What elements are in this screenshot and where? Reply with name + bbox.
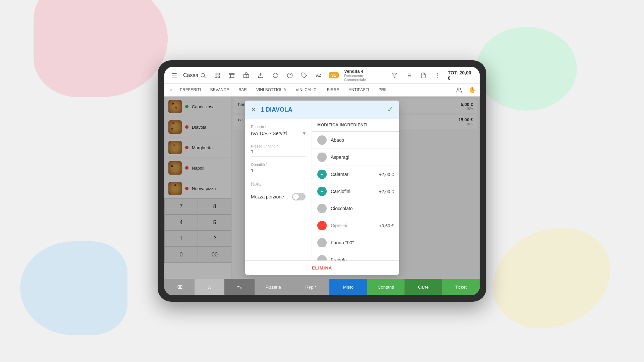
prezzo-label: Prezzo unitario * bbox=[251, 144, 306, 148]
svg-rect-4 bbox=[215, 76, 217, 77]
cat-right-icons: ✋ bbox=[454, 85, 477, 95]
carte-button[interactable]: Carte bbox=[405, 279, 442, 295]
bottom-actions: ⌫ X ≡ₓ Pizzeria Rep * Misto Contanti Car… bbox=[164, 279, 480, 295]
svg-rect-5 bbox=[218, 76, 220, 77]
multiply-button[interactable]: ≡ₓ bbox=[224, 279, 255, 295]
help-icon[interactable] bbox=[285, 71, 294, 80]
tab-preferiti[interactable]: PREFERITI bbox=[175, 84, 206, 97]
modal-ingredients: MODIFICA INGREDIENTI Abaco Asparagi bbox=[312, 119, 399, 260]
ingredient-item[interactable]: Asparagi bbox=[312, 149, 399, 166]
upload-icon[interactable] bbox=[256, 71, 265, 80]
reparto-field: Reparto * IVA 10% - Servizi ▾ bbox=[251, 125, 306, 138]
ingredient-price: +2,00 € bbox=[379, 189, 394, 194]
az-icon[interactable]: AZ bbox=[314, 71, 323, 80]
rep-button[interactable]: Rep * bbox=[292, 279, 330, 295]
tab-bevande[interactable]: BEVANDE bbox=[206, 84, 234, 97]
quantita-label: Quantità * bbox=[251, 163, 306, 167]
hand-icon[interactable]: ✋ bbox=[468, 85, 477, 95]
quantita-value[interactable]: 1 bbox=[251, 168, 306, 175]
reparto-value: IVA 10% - Servizi bbox=[251, 131, 287, 136]
ingredient-state-circle bbox=[317, 255, 327, 260]
tab-bar[interactable]: BAR bbox=[234, 84, 252, 97]
ingredients-header: MODIFICA INGREDIENTI bbox=[312, 119, 399, 132]
pizzeria-button[interactable]: Pizzeria bbox=[255, 279, 292, 295]
notification-badge[interactable]: 31 bbox=[329, 72, 339, 78]
bg-decoration-yellow bbox=[493, 228, 610, 328]
svg-marker-15 bbox=[392, 73, 397, 78]
prezzo-field: Prezzo unitario * 7 bbox=[251, 144, 306, 157]
backspace-button[interactable]: ⌫ bbox=[164, 279, 195, 295]
modal-title-row: ✕ 1 DIAVOLA bbox=[251, 106, 292, 114]
reparto-label: Reparto * bbox=[251, 125, 306, 129]
page-title: Cassa bbox=[183, 72, 198, 78]
svg-point-0 bbox=[201, 73, 205, 77]
ingredient-name: Abaco bbox=[331, 137, 390, 143]
grid-icon[interactable] bbox=[213, 71, 222, 80]
tab-vini-bottiglia[interactable]: VINI BOTTIGLIA bbox=[252, 84, 291, 97]
search-icon[interactable] bbox=[198, 71, 207, 80]
topbar-icons: AZ 31 Vendita 4 Documento Commerciale ⋮ … bbox=[198, 69, 474, 82]
ingredient-state-circle bbox=[317, 153, 327, 162]
ingredient-name: Cipollini bbox=[331, 223, 375, 228]
misto-button[interactable]: Misto bbox=[329, 279, 367, 295]
svg-point-22 bbox=[457, 88, 459, 90]
ingredient-item[interactable]: - Cipollini +0,60 € bbox=[312, 217, 399, 234]
menu-icon[interactable]: ☰ bbox=[170, 71, 179, 80]
ingredient-name: Calamari bbox=[331, 172, 375, 177]
doc-icon[interactable] bbox=[419, 71, 428, 80]
ticket-button[interactable]: Ticket bbox=[442, 279, 480, 295]
topbar: ☰ Cassa bbox=[164, 67, 480, 84]
modal-close-button[interactable]: ✕ bbox=[251, 106, 257, 114]
modal-header: ✕ 1 DIAVOLA ✓ bbox=[245, 101, 399, 119]
ingredient-item[interactable]: + Carciofini +2,00 € bbox=[312, 183, 399, 200]
refresh-icon[interactable] bbox=[271, 71, 280, 80]
main-content: Capricciosa Diavola Margherita bbox=[164, 97, 480, 279]
ingredient-state-circle: + bbox=[317, 187, 327, 196]
tab-prii[interactable]: PRII bbox=[374, 84, 391, 97]
svg-line-1 bbox=[204, 76, 205, 78]
filter-icon[interactable] bbox=[390, 71, 399, 80]
modal-confirm-button[interactable]: ✓ bbox=[387, 105, 393, 114]
dropdown-icon: ▾ bbox=[303, 130, 306, 136]
list-icon[interactable] bbox=[405, 71, 414, 80]
elimina-button[interactable]: ELIMINA bbox=[312, 265, 332, 270]
ingredient-name: Asparagi bbox=[331, 155, 390, 160]
bg-decoration-pink bbox=[34, 0, 168, 97]
gift-icon[interactable] bbox=[242, 71, 251, 80]
mezza-label: Mezza porzione bbox=[251, 194, 284, 199]
contanti-button[interactable]: Contanti bbox=[367, 279, 405, 295]
tablet-screen: ☰ Cassa bbox=[164, 67, 480, 295]
ingredient-state-circle: + bbox=[317, 170, 327, 179]
ingredient-item[interactable]: Abaco bbox=[312, 132, 399, 149]
quantita-field: Quantità * 1 bbox=[251, 163, 306, 175]
vendita-title: Vendita 4 bbox=[344, 69, 384, 74]
tab-vini-calici[interactable]: VINI CALICI bbox=[291, 84, 322, 97]
cat-arrow-left[interactable]: < bbox=[167, 87, 175, 93]
tab-antipasti[interactable]: ANTIPASTI bbox=[344, 84, 374, 97]
more-icon[interactable]: ⋮ bbox=[433, 71, 442, 80]
tag-icon[interactable] bbox=[300, 71, 309, 80]
ingredient-name: Farina "00" bbox=[331, 240, 390, 245]
total-label: TOT: 20,00 € bbox=[448, 70, 474, 81]
prezzo-value[interactable]: 7 bbox=[251, 149, 306, 157]
ingredient-item[interactable]: + Calamari +2,00 € bbox=[312, 166, 399, 183]
ingredient-item[interactable]: Farina "00" bbox=[312, 234, 399, 251]
mezza-porzione-row: Mezza porzione bbox=[251, 193, 306, 200]
tab-birre[interactable]: BIRRE bbox=[322, 84, 344, 97]
ingredient-name: Carciofini bbox=[331, 189, 375, 194]
mezza-toggle[interactable] bbox=[292, 193, 306, 200]
table-icon[interactable] bbox=[227, 71, 236, 80]
reparto-select[interactable]: IVA 10% - Servizi ▾ bbox=[251, 130, 306, 138]
bg-decoration-blue bbox=[20, 241, 127, 335]
ingredient-item[interactable]: Cioccolato bbox=[312, 200, 399, 217]
svg-rect-6 bbox=[229, 73, 234, 74]
topbar-left: ☰ Cassa bbox=[170, 71, 198, 80]
people-icon[interactable] bbox=[454, 85, 464, 95]
ingredient-name: Cioccolato bbox=[331, 206, 390, 211]
ingredient-state-circle bbox=[317, 238, 327, 247]
clear-button[interactable]: X bbox=[195, 279, 225, 295]
bg-decoration-green bbox=[476, 27, 577, 111]
svg-rect-3 bbox=[218, 73, 220, 75]
ingredient-item[interactable]: Fragola bbox=[312, 251, 399, 260]
ingredients-list: Abaco Asparagi + Cala bbox=[312, 132, 399, 260]
